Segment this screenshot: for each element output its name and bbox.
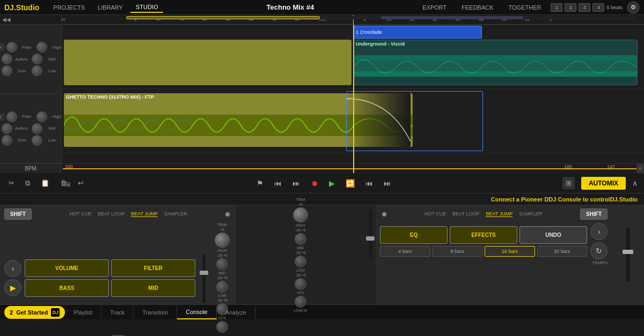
track2-high-knob[interactable] <box>36 111 47 122</box>
undo-tool[interactable]: ↩ <box>76 178 86 188</box>
left-trim-knob[interactable] <box>215 233 230 248</box>
right-pad-undo[interactable]: UNDO <box>519 226 587 244</box>
beat-2[interactable]: 2 <box>565 3 576 12</box>
svg-rect-1 <box>354 55 637 61</box>
nav-studio[interactable]: STUDIO <box>130 2 164 13</box>
prev-track-btn[interactable]: ⏮ <box>363 178 375 189</box>
paste-tool[interactable]: 📋 <box>39 178 52 188</box>
right-mode-beatloop[interactable]: BEAT LOOP <box>452 211 479 217</box>
left-play-btn[interactable]: ▶ <box>4 279 21 296</box>
right-mode-beatjump[interactable]: BEAT JUMP <box>486 211 513 217</box>
track2-low-knob[interactable] <box>32 135 42 146</box>
right-trim-knob[interactable] <box>293 207 308 222</box>
track1-solo-knob[interactable] <box>2 65 12 76</box>
left-cfx-knob[interactable] <box>216 321 228 333</box>
beat-4[interactable]: 4 <box>592 3 604 12</box>
bar-32[interactable]: 32 bars <box>537 246 588 257</box>
right-mid-knob[interactable] <box>295 256 306 267</box>
right-mode-hotcue[interactable]: HOT CUE <box>425 211 446 217</box>
track2-collapse[interactable]: › <box>0 113 4 121</box>
expand-btn[interactable]: ∧ <box>632 179 638 188</box>
beat-3[interactable]: 3 <box>579 3 590 12</box>
track1-high-knob[interactable] <box>36 42 47 53</box>
tempo-slider-thumb[interactable] <box>623 250 633 254</box>
automix-btn[interactable]: AUTOMIX <box>581 177 626 190</box>
left-mode-beatloop[interactable]: BEAT LOOP <box>98 211 125 217</box>
left-pad-bass[interactable]: BASS <box>25 279 109 297</box>
tempo-slider[interactable] <box>626 228 630 282</box>
left-pads-row2: BASS MID <box>25 279 195 297</box>
record-btn[interactable]: ⏺ <box>309 178 320 189</box>
right-trim-label: TRIM <box>296 198 305 201</box>
tab-analyze[interactable]: Analyze <box>217 306 255 319</box>
right-pad-eq[interactable]: EQ <box>380 226 448 244</box>
right-high-knob[interactable] <box>295 233 306 245</box>
left-pad-filter[interactable]: FILTER <box>111 259 195 277</box>
skip-fwd-btn[interactable]: ⏭ <box>290 178 302 189</box>
tab-playlist[interactable]: Playlist <box>65 306 101 319</box>
right-mid-label: MID <box>297 246 304 250</box>
loop-btn[interactable]: 🔁 <box>343 178 357 189</box>
right-fader-col <box>365 205 376 304</box>
track1-filter-knob[interactable] <box>6 42 17 53</box>
right-fader-thumb[interactable] <box>366 236 375 241</box>
bar-16[interactable]: 16 bars <box>485 246 535 257</box>
copy-tool[interactable]: ⧉ <box>23 178 32 189</box>
play-btn[interactable]: ▶ <box>327 178 337 189</box>
scroll-indicator[interactable]: A <box>636 164 644 173</box>
left-pad-volume[interactable]: VOLUME <box>25 259 109 277</box>
left-trim-label: TRIM <box>217 223 226 227</box>
scissors-tool[interactable]: ✂ <box>6 178 17 188</box>
tab-track[interactable]: Track <box>101 306 134 319</box>
right-pad-effects[interactable]: EFFECTS <box>450 226 517 244</box>
tab-console[interactable]: Console <box>177 305 216 319</box>
left-fader-thumb[interactable] <box>200 271 208 275</box>
tab-transition[interactable]: Transition <box>134 306 177 319</box>
left-high-knob[interactable] <box>216 258 228 270</box>
top-nav: DJ.Studio PROJECTS LIBRARY STUDIO Techno… <box>0 0 644 15</box>
nav-library[interactable]: LIBRARY <box>92 3 128 12</box>
nav-projects[interactable]: PROJECTS <box>48 3 90 12</box>
left-prev-btn[interactable]: ‹ <box>4 260 21 277</box>
beat-1[interactable]: 1 <box>551 3 562 12</box>
track2-autom-knob[interactable] <box>2 123 12 134</box>
track2-solo-knob[interactable] <box>2 135 12 146</box>
track2-filter-knob[interactable] <box>6 111 17 122</box>
left-pad-mid[interactable]: MID <box>111 279 195 297</box>
flag-tool[interactable]: ⚑ <box>254 178 266 189</box>
nav-together[interactable]: TOGETHER <box>503 3 547 12</box>
right-cfx-knob[interactable] <box>295 296 306 308</box>
right-next-btn[interactable]: › <box>590 223 608 240</box>
left-mode-beatjump[interactable]: BEAT JUMP <box>131 211 158 217</box>
delete-tool[interactable]: 🗑▾ <box>58 178 69 188</box>
left-fader-track[interactable] <box>202 255 206 303</box>
track1-clip-pre[interactable] <box>64 40 352 85</box>
settings-icon[interactable]: ⚙ <box>627 1 640 14</box>
logo-studio: .Studio <box>14 3 39 12</box>
screen-toggle-btn[interactable]: ⊞ <box>562 177 575 189</box>
nav-export[interactable]: EXPORT <box>417 3 452 12</box>
right-loop-btn[interactable]: ↻ <box>590 242 608 259</box>
right-fader-track[interactable] <box>369 210 372 258</box>
track1-clip-post[interactable]: Underground - Viscid <box>353 40 638 85</box>
right-mode-sampler[interactable]: SAMPLER <box>519 211 542 217</box>
get-started-widget[interactable]: 2 Get Started DJ <box>4 306 65 319</box>
track2-mid-knob[interactable] <box>32 123 42 134</box>
left-mid-knob[interactable] <box>216 281 228 293</box>
bar-8[interactable]: 8 bars <box>433 246 483 257</box>
bar-4[interactable]: 4 bars <box>380 246 430 257</box>
track1-low-knob[interactable] <box>32 65 42 76</box>
track1-autom-knob[interactable] <box>2 54 12 64</box>
right-low-knob[interactable] <box>295 278 306 290</box>
left-mode-hotcue[interactable]: HOT CUE <box>70 211 91 217</box>
bpm-val-left: 100 <box>65 164 73 169</box>
track1-mid-knob[interactable] <box>32 54 42 64</box>
timeline-scrollbar[interactable] <box>126 16 635 19</box>
left-shift-btn[interactable]: SHIFT <box>4 208 32 220</box>
skip-back-btn[interactable]: ⏮ <box>272 178 284 189</box>
next-track-btn[interactable]: ⏭ <box>382 178 393 189</box>
left-mode-sampler[interactable]: SAMPLER <box>164 211 187 217</box>
nav-feedback[interactable]: FEEDBACK <box>456 3 499 12</box>
track1-collapse[interactable]: › <box>0 43 4 51</box>
right-shift-btn[interactable]: SHIFT <box>580 208 608 220</box>
